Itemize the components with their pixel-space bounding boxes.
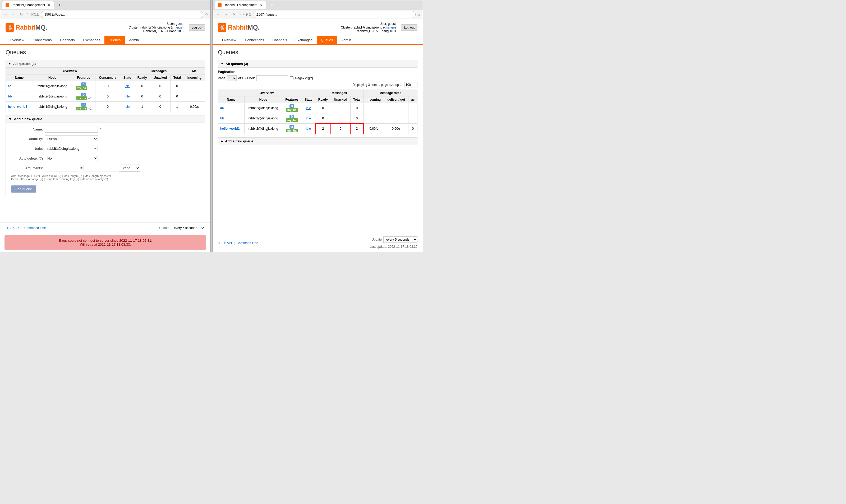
left-cluster-change[interactable]: change [172, 25, 183, 29]
right-update-section: Update every 5 seconds every 10 seconds … [369, 236, 417, 250]
update-select[interactable]: every 5 seconds every 10 seconds every 3… [171, 225, 205, 231]
arg-val-input[interactable] [84, 165, 118, 172]
state-idle[interactable]: idle [306, 116, 311, 120]
add-queue-button[interactable]: Add queue [11, 185, 36, 193]
right-back-button[interactable]: ← [215, 11, 221, 18]
args-inputs: = String Number Boolean [45, 165, 140, 172]
right-version: RabbitMQ 3.6.5, Erlang 18.3 [341, 29, 396, 33]
table-row: aa rabbit2@dingjiaxiong D my_ha idle 0 0… [218, 103, 417, 113]
left-nav-channels[interactable]: Channels [56, 36, 79, 44]
state-idle[interactable]: idle [306, 106, 311, 110]
left-add-queue-arrow: ▼ [8, 117, 12, 121]
max-length-bytes-link[interactable]: Max length bytes (?) [85, 174, 111, 178]
node-select[interactable]: rabbit1@dingjiaxiong rabbit2@dingjiaxion… [45, 145, 98, 152]
row-hw1-name[interactable]: hello_world1 [6, 102, 33, 112]
left-tab-title: RabbitMQ Management [11, 3, 45, 7]
right-command-line-link[interactable]: Command Line [237, 241, 258, 245]
max-length-link[interactable]: Max length (?) [64, 174, 82, 178]
displaying-text: Displaying 3 items , page size up to: [218, 82, 417, 87]
right-tab[interactable]: RabbitMQ Management ✕ [215, 1, 266, 9]
max-priority-link[interactable]: Maximum priority (?) [82, 178, 108, 181]
dead-letter-exchange-link[interactable]: Dead letter exchange (?) [11, 178, 43, 181]
page-size-input[interactable] [404, 82, 417, 87]
row-aa-name[interactable]: aa [6, 81, 33, 91]
right-refresh-button[interactable]: ↻ [230, 11, 237, 18]
right-nav-queues[interactable]: Queues [317, 36, 337, 44]
right-row-hw1-name[interactable]: hello_world1 [218, 124, 244, 134]
new-tab-btn[interactable]: + [56, 2, 63, 8]
right-new-tab-btn[interactable]: + [268, 2, 275, 8]
left-add-queue-header[interactable]: ▼ Add a new queue [6, 115, 205, 123]
left-user-info: User: guest Cluster: rabbit1@dingjiaxion… [128, 22, 184, 33]
left-cluster-info: Cluster: rabbit1@dingjiaxiong (change) [128, 25, 184, 29]
right-row-aa-unacked: 0 [331, 103, 350, 113]
page-label: Page [218, 76, 225, 80]
left-nav-connections[interactable]: Connections [28, 36, 56, 44]
arg-key-input[interactable] [45, 165, 79, 172]
filter-input[interactable] [256, 75, 288, 81]
http-api-link[interactable]: HTTP API [5, 226, 20, 230]
right-update-select[interactable]: every 5 seconds every 10 seconds every 3… [383, 236, 417, 243]
right-logout-btn[interactable]: Log out [401, 24, 417, 31]
refresh-button[interactable]: ↻ [18, 11, 24, 18]
back-button[interactable]: ← [2, 11, 9, 18]
command-line-link[interactable]: Command Line [24, 226, 46, 230]
left-nav-admin[interactable]: Admin [125, 36, 143, 44]
right-th-ac: ac [409, 96, 417, 103]
right-row-bb-state: idle [301, 113, 315, 124]
right-http-api-link[interactable]: HTTP API [218, 241, 232, 245]
right-row-aa-name[interactable]: aa [218, 103, 244, 113]
right-row-bb-name[interactable]: bb [218, 113, 244, 124]
right-nav-exchanges[interactable]: Exchanges [291, 36, 316, 44]
msg-ttl-link[interactable]: Message TTL (?) [18, 174, 40, 178]
right-add-queue-arrow: ▶ [221, 140, 223, 143]
row-aa-features: D my_ha +1 [72, 81, 96, 91]
right-bookmark-icon[interactable]: ☆ [417, 13, 420, 17]
durability-select[interactable]: Durable Transient [45, 135, 98, 142]
right-row-bb-incoming [363, 113, 384, 124]
address-bar[interactable] [41, 11, 203, 18]
row-bb-node: rabbit2@dingjiaxiong [33, 91, 72, 102]
left-tab[interactable]: RabbitMQ Management ✕ [2, 1, 54, 9]
right-cluster-info: Cluster: rabbit1@dingjiaxiong (change) [341, 25, 396, 29]
state-idle[interactable]: idle [125, 84, 130, 88]
forward-button[interactable]: → [10, 11, 17, 18]
state-idle[interactable]: idle [125, 105, 130, 109]
row-bb-name[interactable]: bb [6, 91, 33, 102]
auto-expire-link[interactable]: Auto expire (?) [42, 174, 61, 178]
arg-type-select[interactable]: String Number Boolean [119, 165, 140, 172]
left-all-queues-header[interactable]: ▼ All queues (3) [5, 60, 205, 68]
right-cluster-change[interactable]: change [384, 25, 395, 29]
left-update-section: Update every 5 seconds every 10 seconds … [159, 225, 205, 231]
right-all-queues-header[interactable]: ▼ All queues (3) [218, 60, 417, 68]
name-input[interactable] [45, 126, 98, 132]
left-nav-exchanges[interactable]: Exchanges [79, 36, 104, 44]
right-tab-close[interactable]: ✕ [259, 3, 263, 7]
left-logout-btn[interactable]: Log out [189, 24, 205, 31]
state-idle[interactable]: idle [125, 94, 130, 98]
regex-checkbox[interactable] [290, 76, 293, 80]
left-user-section: User: guest Cluster: rabbit1@dingjiaxion… [128, 22, 205, 33]
feature-myha: my_ha [286, 108, 298, 112]
bookmark-icon[interactable]: ☆ [205, 13, 208, 17]
left-th-name: Name [6, 74, 33, 81]
feature-myha: my_ha [75, 86, 87, 90]
page-select[interactable]: 1 [227, 75, 237, 81]
state-idle[interactable]: idle [306, 127, 311, 130]
right-row-bb-node: rabbit2@dingjiaxiong [244, 113, 282, 124]
right-address-bar[interactable] [253, 11, 416, 18]
left-tab-close[interactable]: ✕ [47, 3, 51, 7]
right-nav-channels[interactable]: Channels [268, 36, 291, 44]
right-nav-connections[interactable]: Connections [241, 36, 268, 44]
right-add-queue-header[interactable]: ▶ Add a new queue [218, 137, 417, 145]
left-nav-queues[interactable]: Queues [104, 36, 125, 44]
last-update-text: Last update: 2022-11-17 18:03:30 [369, 244, 417, 250]
left-nav-overview[interactable]: Overview [5, 36, 28, 44]
autodelete-select[interactable]: No Yes [45, 155, 98, 162]
right-nav-admin[interactable]: Admin [337, 36, 355, 44]
left-th-ready: Ready [134, 74, 150, 81]
right-nav-overview[interactable]: Overview [218, 36, 241, 44]
dead-letter-routing-link[interactable]: Dead letter routing key (?) [46, 178, 79, 181]
right-col-messages: Messages [315, 90, 363, 96]
right-forward-button[interactable]: → [223, 11, 229, 18]
